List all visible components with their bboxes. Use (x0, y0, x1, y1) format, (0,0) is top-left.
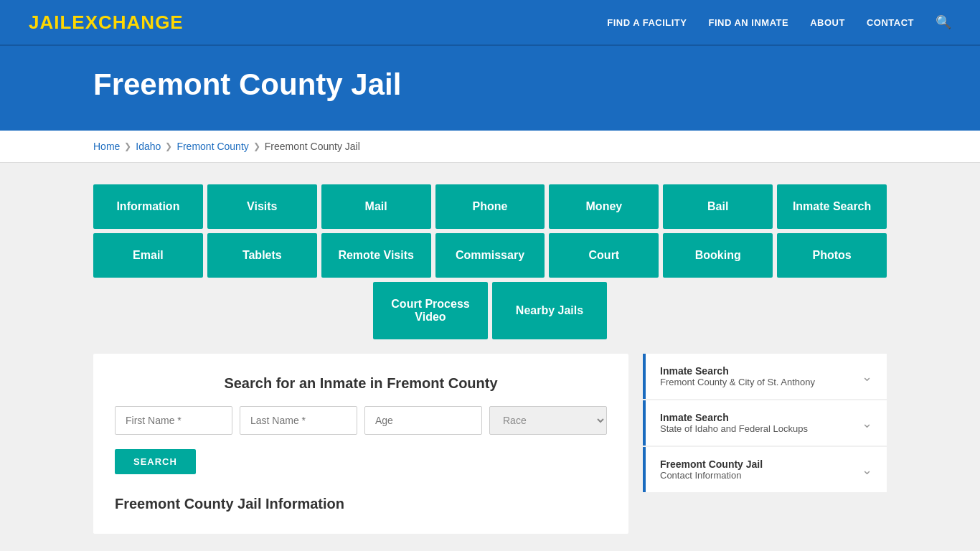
grid-row-1: Information Visits Mail Phone Money Bail… (93, 184, 887, 229)
grid-row-2: Email Tablets Remote Visits Commissary C… (93, 233, 887, 278)
search-icon[interactable]: 🔍 (936, 14, 951, 30)
sidebar-card-1-label: Inmate Search (660, 365, 815, 377)
breadcrumb-idaho[interactable]: Idaho (136, 141, 161, 152)
hero-section: Freemont County Jail (0, 46, 980, 131)
inmate-search-form: Race (115, 406, 607, 435)
race-select[interactable]: Race (489, 406, 607, 435)
chevron-down-icon-3: ⌄ (862, 462, 872, 478)
sidebar-card-3-label: Freemont County Jail (660, 458, 763, 470)
page-title: Freemont County Jail (93, 67, 951, 102)
btn-inmate-search[interactable]: Inmate Search (777, 184, 887, 229)
logo-jail: JAIL (29, 11, 72, 33)
btn-visits[interactable]: Visits (207, 184, 317, 229)
btn-money[interactable]: Money (549, 184, 659, 229)
age-input[interactable] (364, 406, 482, 435)
btn-information[interactable]: Information (93, 184, 203, 229)
content-area: Search for an Inmate in Fremont County R… (93, 354, 887, 534)
left-panel: Search for an Inmate in Fremont County R… (93, 354, 628, 534)
breadcrumb-sep-1: ❯ (124, 141, 131, 151)
first-name-input[interactable] (115, 406, 232, 435)
sidebar-card-3-sub: Contact Information (660, 470, 763, 481)
btn-court-process-video[interactable]: Court Process Video (373, 282, 488, 339)
btn-mail[interactable]: Mail (321, 184, 431, 229)
breadcrumb-current: Freemont County Jail (265, 141, 360, 152)
sidebar-card-1[interactable]: Inmate Search Fremont County & City of S… (643, 354, 887, 399)
main-nav: FIND A FACILITY FIND AN INMATE ABOUT CON… (607, 14, 951, 30)
breadcrumb-home[interactable]: Home (93, 141, 120, 152)
section-title: Freemont County Jail Information (115, 496, 607, 512)
btn-remote-visits[interactable]: Remote Visits (321, 233, 431, 278)
chevron-down-icon-1: ⌄ (862, 369, 872, 385)
sidebar-card-1-sub: Fremont County & City of St. Anthony (660, 377, 815, 387)
chevron-down-icon-2: ⌄ (862, 415, 872, 431)
sidebar-card-2[interactable]: Inmate Search State of Idaho and Federal… (643, 400, 887, 446)
header: JAILEXCHANGE FIND A FACILITY FIND AN INM… (0, 0, 980, 46)
last-name-input[interactable] (240, 406, 357, 435)
btn-commissary[interactable]: Commissary (435, 233, 545, 278)
breadcrumb-sep-2: ❯ (165, 141, 172, 151)
btn-bail[interactable]: Bail (663, 184, 773, 229)
breadcrumb-bar: Home ❯ Idaho ❯ Fremont County ❯ Freemont… (0, 131, 980, 163)
btn-email[interactable]: Email (93, 233, 203, 278)
main-content: Information Visits Mail Phone Money Bail… (0, 163, 980, 551)
inmate-search-title: Search for an Inmate in Fremont County (115, 375, 607, 392)
btn-photos[interactable]: Photos (777, 233, 887, 278)
breadcrumb: Home ❯ Idaho ❯ Fremont County ❯ Freemont… (93, 141, 887, 152)
nav-about[interactable]: ABOUT (810, 17, 845, 28)
search-button[interactable]: SEARCH (115, 449, 196, 474)
btn-booking[interactable]: Booking (663, 233, 773, 278)
sidebar-card-2-sub: State of Idaho and Federal Lockups (660, 423, 808, 434)
sidebar-card-2-label: Inmate Search (660, 412, 808, 423)
nav-find-facility[interactable]: FIND A FACILITY (607, 17, 687, 28)
sidebar-card-3[interactable]: Freemont County Jail Contact Information… (643, 447, 887, 492)
breadcrumb-fremont-county[interactable]: Fremont County (176, 141, 248, 152)
logo[interactable]: JAILEXCHANGE (29, 11, 184, 34)
right-panel: Inmate Search Fremont County & City of S… (643, 354, 887, 534)
btn-nearby-jails[interactable]: Nearby Jails (492, 282, 607, 339)
btn-phone[interactable]: Phone (435, 184, 545, 229)
breadcrumb-sep-3: ❯ (253, 141, 260, 151)
logo-exchange: EXCHANGE (72, 11, 183, 33)
grid-row-3: Court Process Video Nearby Jails (93, 282, 887, 339)
btn-tablets[interactable]: Tablets (207, 233, 317, 278)
btn-court[interactable]: Court (549, 233, 659, 278)
nav-find-inmate[interactable]: FIND AN INMATE (708, 17, 788, 28)
nav-contact[interactable]: CONTACT (867, 17, 914, 28)
